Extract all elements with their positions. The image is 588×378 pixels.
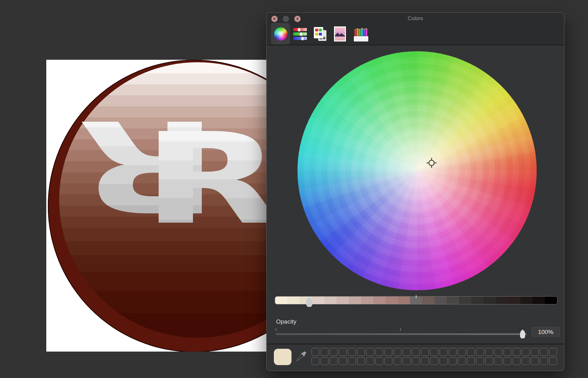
swatch-slot[interactable] <box>421 348 429 356</box>
swatch-slot[interactable] <box>503 348 512 356</box>
swatch-slot[interactable] <box>531 348 539 356</box>
swatch-slot[interactable] <box>494 357 502 365</box>
swatch-slot[interactable] <box>540 348 548 356</box>
swatch-slot[interactable] <box>439 348 448 356</box>
swatch-slot[interactable] <box>494 348 502 356</box>
swatch-slot[interactable] <box>384 348 393 356</box>
brightness-segment[interactable] <box>422 297 434 304</box>
saved-swatches-grid[interactable] <box>311 348 557 365</box>
swatch-slot[interactable] <box>366 348 374 356</box>
swatch-slot[interactable] <box>449 357 457 365</box>
swatch-slot[interactable] <box>485 357 493 365</box>
color-sliders-tab-icon[interactable] <box>293 27 307 41</box>
swatch-slot[interactable] <box>348 348 356 356</box>
swatch-slot[interactable] <box>320 357 329 365</box>
swatch-slot[interactable] <box>531 357 539 365</box>
swatch-slot[interactable] <box>403 357 411 365</box>
bottom-separator <box>267 344 564 344</box>
color-wheel-tab-icon[interactable] <box>274 27 287 41</box>
swatch-slot[interactable] <box>485 348 493 356</box>
brightness-segment[interactable] <box>508 297 520 304</box>
swatch-slot[interactable] <box>339 348 347 356</box>
opacity-value-field[interactable]: 100% <box>532 327 560 337</box>
image-palettes-tab-icon[interactable] <box>334 26 346 42</box>
red-slider-glyph <box>293 28 307 31</box>
swatch-slot[interactable] <box>412 357 420 365</box>
swatch-slot[interactable] <box>421 357 429 365</box>
swatch-slot[interactable] <box>384 357 393 365</box>
swatch-slot[interactable] <box>512 357 521 365</box>
color-wheel[interactable] <box>297 51 537 290</box>
brightness-segment[interactable] <box>533 297 545 304</box>
eyedropper-icon[interactable] <box>294 350 308 364</box>
swatch-slot[interactable] <box>320 348 329 356</box>
swatch-slot[interactable] <box>311 348 319 356</box>
swatch-slot[interactable] <box>403 348 411 356</box>
opacity-slider-knob[interactable] <box>519 330 526 338</box>
color-palettes-tab-icon[interactable] <box>314 27 328 41</box>
brightness-segment[interactable] <box>324 297 336 304</box>
brightness-segment[interactable] <box>349 297 361 304</box>
swatch-slot[interactable] <box>458 357 466 365</box>
brightness-segment[interactable] <box>398 297 410 304</box>
swatch-slot[interactable] <box>476 357 484 365</box>
swatch-slot[interactable] <box>357 348 365 356</box>
swatch-slot[interactable] <box>430 348 438 356</box>
swatch-slot[interactable] <box>522 357 530 365</box>
opacity-tick-mid <box>400 328 401 331</box>
brightness-segment[interactable] <box>496 297 508 304</box>
brightness-mid-tick <box>416 295 416 298</box>
palette-front-card <box>314 27 323 38</box>
brightness-segment[interactable] <box>287 297 300 304</box>
brightness-segment[interactable] <box>336 297 349 304</box>
swatch-slot[interactable] <box>540 357 548 365</box>
brightness-segment[interactable] <box>373 297 386 304</box>
pencil-box-glyph <box>354 36 368 42</box>
titlebar[interactable]: × + Colors <box>267 13 564 45</box>
swatch-slot[interactable] <box>330 357 338 365</box>
swatch-slot[interactable] <box>512 348 521 356</box>
brightness-segment[interactable] <box>483 297 496 304</box>
swatch-slot[interactable] <box>311 357 319 365</box>
swatch-slot[interactable] <box>476 348 484 356</box>
swatch-slot[interactable] <box>549 357 557 365</box>
swatch-slot[interactable] <box>393 348 402 356</box>
brightness-segment[interactable] <box>471 297 483 304</box>
swatch-slot[interactable] <box>449 348 457 356</box>
logo-letter-r: R <box>142 116 271 242</box>
swatch-slot[interactable] <box>549 348 557 356</box>
brightness-segment[interactable] <box>459 297 471 304</box>
swatch-slot[interactable] <box>412 348 420 356</box>
brightness-segment[interactable] <box>361 297 373 304</box>
swatch-slot[interactable] <box>503 357 512 365</box>
swatch-slot[interactable] <box>330 348 338 356</box>
swatch-slot[interactable] <box>357 357 365 365</box>
color-crosshair[interactable] <box>426 158 437 168</box>
brightness-segment[interactable] <box>434 297 447 304</box>
image-canvas: R R <box>46 60 271 352</box>
swatch-slot[interactable] <box>430 357 438 365</box>
swatch-slot[interactable] <box>439 357 448 365</box>
swatch-slot[interactable] <box>375 348 383 356</box>
opacity-slider[interactable] <box>276 333 527 335</box>
swatch-slot[interactable] <box>339 357 347 365</box>
swatch-slot[interactable] <box>458 348 466 356</box>
swatch-slot[interactable] <box>375 357 383 365</box>
brightness-segment[interactable] <box>386 297 398 304</box>
swatch-slot[interactable] <box>393 357 402 365</box>
brightness-segment[interactable] <box>520 297 533 304</box>
opacity-label: Opacity <box>276 318 296 325</box>
swatch-slot[interactable] <box>522 348 530 356</box>
brightness-segment[interactable] <box>275 297 287 304</box>
current-color-well[interactable] <box>274 349 291 365</box>
brightness-segment[interactable] <box>447 297 459 304</box>
pencils-tab-icon[interactable] <box>354 26 368 42</box>
wheel-posterize-overlay <box>297 51 537 290</box>
brightness-segment[interactable] <box>312 297 324 304</box>
brightness-segment[interactable] <box>545 297 557 304</box>
swatch-slot[interactable] <box>467 348 475 356</box>
desktop: R R × + Colors <box>0 0 588 378</box>
swatch-slot[interactable] <box>467 357 475 365</box>
swatch-slot[interactable] <box>348 357 356 365</box>
swatch-slot[interactable] <box>366 357 374 365</box>
